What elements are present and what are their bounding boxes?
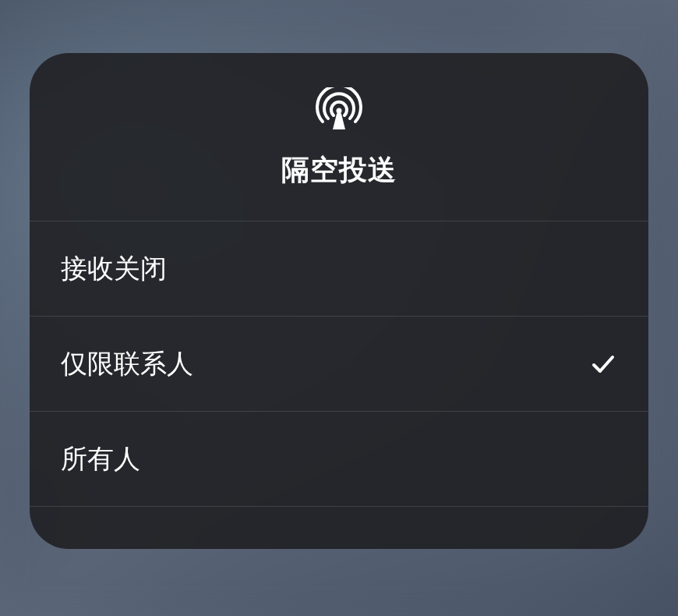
panel-title: 隔空投送 bbox=[281, 151, 397, 189]
option-label: 仅限联系人 bbox=[61, 346, 193, 382]
option-contacts-only[interactable]: 仅限联系人 bbox=[30, 317, 648, 412]
airdrop-settings-panel: 隔空投送 接收关闭 仅限联系人 所有人 bbox=[30, 53, 648, 549]
checkmark-icon bbox=[589, 350, 617, 378]
panel-header: 隔空投送 bbox=[30, 53, 648, 221]
option-label: 接收关闭 bbox=[61, 251, 167, 287]
airdrop-icon bbox=[316, 87, 362, 134]
panel-footer bbox=[30, 507, 648, 549]
option-label: 所有人 bbox=[61, 441, 140, 477]
option-receiving-off[interactable]: 接收关闭 bbox=[30, 221, 648, 317]
option-everyone[interactable]: 所有人 bbox=[30, 412, 648, 507]
